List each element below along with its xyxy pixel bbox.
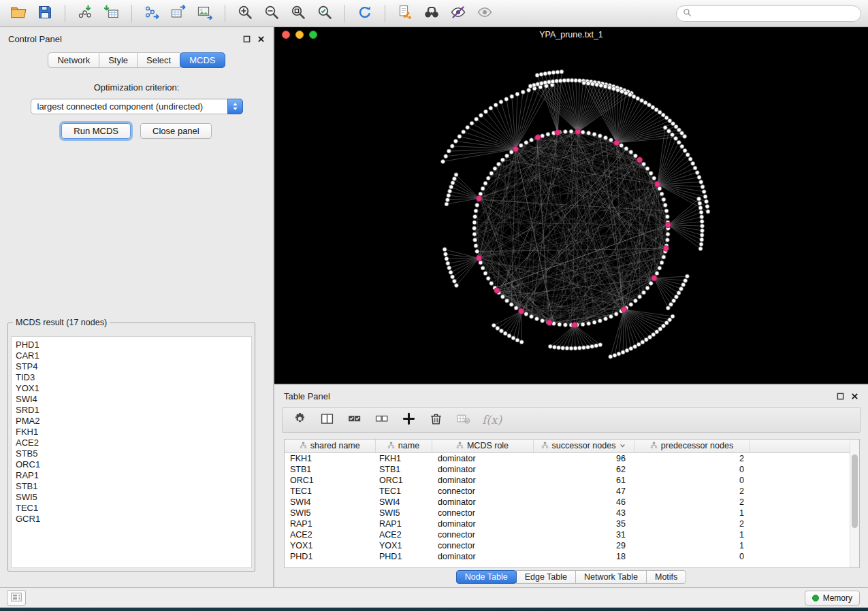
mcds-result-item[interactable]: TEC1 bbox=[16, 503, 251, 514]
export-network-button[interactable] bbox=[140, 3, 163, 24]
table-panel-header: Table Panel bbox=[274, 385, 868, 404]
refresh-icon bbox=[357, 4, 373, 23]
show-graphics-button[interactable] bbox=[473, 3, 496, 24]
mcds-result-list[interactable]: PHD1CAR1STP4TID3YOX1SWI4SRD1PMA2FKH1ACE2… bbox=[11, 336, 252, 568]
tab-network-table[interactable]: Network Table bbox=[575, 570, 647, 584]
show-graphics-icon bbox=[477, 4, 493, 23]
close-panel-button[interactable]: Close panel bbox=[140, 123, 212, 139]
status-bar: Memory bbox=[0, 587, 868, 608]
export-image-button[interactable] bbox=[193, 3, 216, 24]
table-row[interactable]: FKH1FKH1dominator962 bbox=[285, 453, 850, 465]
copy-view-button[interactable] bbox=[393, 3, 417, 24]
mcds-result-item[interactable]: ACE2 bbox=[16, 437, 251, 448]
export-network-icon bbox=[144, 4, 160, 23]
mcds-result-item[interactable]: CAR1 bbox=[16, 350, 251, 361]
mcds-result-item[interactable]: STP4 bbox=[16, 361, 251, 372]
mcds-result-item[interactable]: STB5 bbox=[16, 448, 251, 459]
search-box[interactable] bbox=[676, 5, 861, 22]
search-input[interactable] bbox=[696, 8, 854, 19]
network-view-window: YPA_prune.txt_1 bbox=[274, 27, 868, 384]
mcds-result-item[interactable]: PHD1 bbox=[16, 340, 251, 350]
column-type-icon bbox=[300, 442, 307, 451]
zoom-out-icon bbox=[263, 4, 280, 23]
table-tabs: Node TableEdge TableNetwork TableMotifs bbox=[456, 570, 687, 584]
panel-toggle-button[interactable] bbox=[7, 590, 26, 606]
tab-mcds[interactable]: MCDS bbox=[180, 52, 225, 68]
toolbar-separator bbox=[225, 5, 225, 22]
tab-motifs[interactable]: Motifs bbox=[646, 570, 686, 584]
zoom-in-button[interactable] bbox=[234, 3, 257, 24]
chevron-down-icon bbox=[620, 441, 626, 450]
optimization-criterion-value: largest connected component (undirected) bbox=[37, 101, 204, 112]
optimization-criterion-select[interactable]: largest connected component (undirected) bbox=[31, 99, 243, 114]
zoom-in-icon bbox=[237, 4, 253, 23]
float-panel-icon[interactable] bbox=[243, 35, 251, 43]
table-row[interactable]: RAP1RAP1dominator352 bbox=[285, 518, 850, 529]
tab-edge-table[interactable]: Edge Table bbox=[516, 570, 576, 584]
mcds-result-item[interactable]: TID3 bbox=[16, 372, 251, 383]
export-table-button[interactable] bbox=[167, 3, 190, 24]
column-header-shared-name[interactable]: shared name bbox=[285, 440, 375, 453]
network-canvas[interactable] bbox=[274, 42, 868, 384]
mcds-result-item[interactable]: YOX1 bbox=[16, 383, 251, 394]
control-panel-title: Control Panel bbox=[8, 34, 62, 44]
table-row[interactable]: STB1STB1dominator620 bbox=[285, 464, 850, 475]
mcds-result-item[interactable]: RAP1 bbox=[16, 470, 251, 481]
add-column-button[interactable] bbox=[400, 410, 417, 429]
float-table-panel-icon[interactable] bbox=[837, 393, 844, 400]
mcds-result-item[interactable]: FKH1 bbox=[16, 427, 251, 437]
find-button[interactable] bbox=[420, 3, 443, 24]
table-row[interactable]: YOX1YOX1connector291 bbox=[285, 540, 850, 551]
mcds-result-item[interactable]: SRD1 bbox=[16, 405, 251, 416]
column-header-MCDS-role[interactable]: MCDS role bbox=[432, 440, 533, 453]
mcds-result-item[interactable]: ORC1 bbox=[16, 459, 251, 470]
table-row[interactable]: PHD1PHD1dominator180 bbox=[285, 551, 850, 562]
gear-button[interactable] bbox=[291, 410, 308, 429]
table-row[interactable]: TEC1TEC1connector472 bbox=[285, 486, 850, 497]
zoom-out-button[interactable] bbox=[260, 3, 283, 24]
import-table-button[interactable] bbox=[100, 3, 123, 24]
refresh-button[interactable] bbox=[353, 3, 376, 24]
zoom-fit-button[interactable] bbox=[287, 3, 310, 24]
table-scrollbar-thumb[interactable] bbox=[852, 455, 858, 528]
split-columns-icon bbox=[320, 412, 334, 429]
tab-style[interactable]: Style bbox=[99, 52, 138, 68]
mcds-result-item[interactable]: PMA2 bbox=[16, 416, 251, 427]
column-header-name[interactable]: name bbox=[375, 440, 432, 453]
import-network-button[interactable] bbox=[74, 3, 97, 24]
delete-column-button[interactable] bbox=[428, 410, 444, 429]
hide-graphics-button[interactable] bbox=[447, 3, 470, 24]
column-header-predecessor-nodes[interactable]: predecessor nodes bbox=[634, 440, 750, 453]
split-columns-button[interactable] bbox=[319, 410, 335, 429]
tab-select[interactable]: Select bbox=[137, 52, 180, 68]
maximize-window-icon[interactable] bbox=[309, 31, 317, 39]
close-window-icon[interactable] bbox=[282, 31, 290, 39]
run-mcds-button[interactable]: Run MCDS bbox=[61, 123, 131, 139]
memory-button[interactable]: Memory bbox=[805, 591, 860, 606]
table-row[interactable]: SWI4SWI4dominator462 bbox=[285, 497, 850, 508]
open-folder-button[interactable] bbox=[7, 3, 30, 24]
minimize-window-icon[interactable] bbox=[295, 31, 304, 39]
mcds-result-item[interactable]: GCR1 bbox=[16, 514, 251, 525]
save-button[interactable] bbox=[33, 3, 57, 24]
tab-network[interactable]: Network bbox=[48, 52, 99, 68]
mcds-result-item[interactable]: SWI4 bbox=[16, 394, 251, 405]
mcds-result-item[interactable]: SWI5 bbox=[16, 492, 251, 503]
network-window-titlebar[interactable]: YPA_prune.txt_1 bbox=[274, 27, 868, 42]
table-scrollbar[interactable] bbox=[850, 440, 859, 567]
table-panel-title: Table Panel bbox=[284, 391, 330, 401]
close-panel-icon[interactable] bbox=[257, 35, 265, 43]
close-table-panel-icon[interactable] bbox=[851, 393, 858, 400]
tab-node-table[interactable]: Node Table bbox=[456, 570, 517, 584]
table-row[interactable]: ACE2ACE2connector311 bbox=[285, 529, 850, 540]
mcds-result-item[interactable]: STB1 bbox=[16, 481, 251, 492]
column-header-successor-nodes[interactable]: successor nodes bbox=[533, 440, 634, 453]
panel-list-icon bbox=[11, 592, 22, 604]
control-panel-tabs: NetworkStyleSelectMCDS bbox=[0, 52, 273, 68]
network-window-title: YPA_prune.txt_1 bbox=[274, 30, 868, 39]
select-all-button[interactable] bbox=[346, 410, 362, 429]
zoom-selected-button[interactable] bbox=[313, 3, 336, 24]
table-row[interactable]: SWI5SWI5connector431 bbox=[285, 508, 850, 518]
table-row[interactable]: ORC1ORC1dominator610 bbox=[285, 475, 850, 486]
deselect-all-button[interactable] bbox=[373, 410, 389, 429]
